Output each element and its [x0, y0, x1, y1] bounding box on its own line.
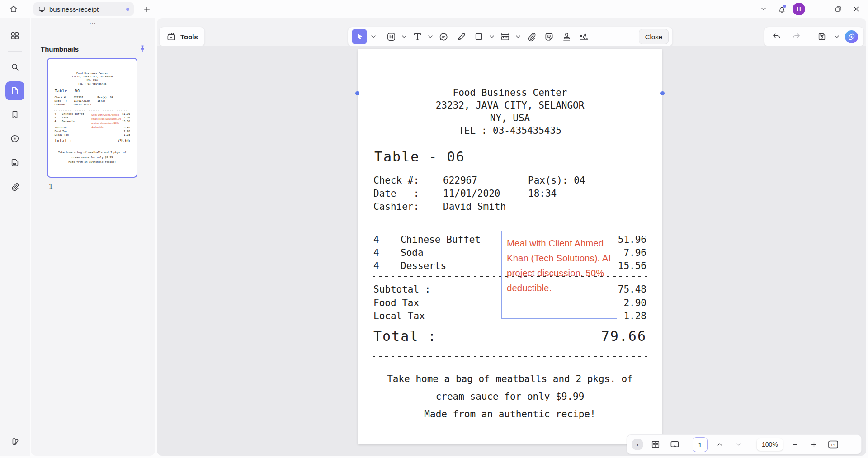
chevron-down-icon[interactable] — [490, 35, 494, 38]
book-view-icon — [651, 439, 660, 449]
grand-total-row: Total :79.66 — [358, 326, 662, 346]
mini-receipt: Food Business Center 23232, JAVA CITY, S… — [50, 61, 134, 170]
notifications-button[interactable] — [774, 2, 789, 16]
attachments-page-button[interactable] — [5, 153, 24, 172]
thumbnail-preview: Food Business Center 23232, JAVA CITY, S… — [50, 61, 134, 173]
chevron-up-icon — [716, 441, 723, 448]
titlebar: business-receipt H — [0, 0, 868, 18]
text-annotation[interactable]: Meal with Client Ahmed Khan (Tech Soluti… — [501, 231, 617, 319]
chevron-down-icon[interactable] — [835, 35, 839, 38]
pin-icon[interactable] — [138, 44, 147, 53]
save-button[interactable] — [815, 29, 829, 44]
status-bar: › 1 100% 1:1 — [627, 434, 862, 454]
ruler-icon — [500, 32, 510, 42]
sticker-icon — [544, 32, 554, 42]
mini-text: 23232, JAVA CITY, SELANGOR — [50, 75, 134, 78]
cursor-icon — [355, 33, 364, 41]
square-icon — [474, 32, 484, 42]
rail-divider — [8, 51, 22, 52]
avatar[interactable]: H — [793, 3, 805, 15]
minimize-icon — [816, 5, 824, 13]
thumbnails-panel-button[interactable] — [5, 81, 24, 100]
close-window-button[interactable] — [849, 2, 863, 16]
measure-tool-button[interactable] — [498, 29, 512, 44]
redo-button[interactable] — [789, 29, 803, 44]
document-tab[interactable]: business-receipt — [33, 2, 134, 16]
chevron-down-icon[interactable] — [516, 35, 520, 38]
text-tool-button[interactable] — [410, 29, 424, 44]
swatches-icon — [10, 437, 20, 447]
stamp-icon — [561, 32, 572, 42]
apps-grid-button[interactable] — [5, 26, 24, 45]
next-page-button[interactable] — [732, 438, 745, 451]
minimize-button[interactable] — [813, 2, 827, 16]
panel-title: Thumbnails — [41, 45, 138, 53]
heading-tool-button[interactable] — [384, 29, 398, 44]
stamp-tool-button[interactable] — [560, 29, 573, 44]
notification-dot-icon — [783, 5, 786, 8]
attach-tool-button[interactable] — [524, 29, 538, 44]
plus-icon — [143, 5, 151, 14]
receipt-line: Take home a bag of meatballs and 2 pkgs.… — [358, 370, 662, 388]
zoom-out-button[interactable] — [788, 438, 802, 451]
page-thumbnail[interactable]: Food Business Center 23232, JAVA CITY, S… — [47, 58, 137, 178]
reading-view-button[interactable] — [649, 438, 662, 451]
thumbnail-page-number: 1 — [49, 183, 129, 191]
shape-tool-button[interactable] — [472, 29, 486, 44]
actual-size-button[interactable]: 1:1 — [826, 438, 840, 451]
paperclip-button[interactable] — [5, 177, 24, 196]
zoom-in-button[interactable] — [807, 438, 821, 451]
sticker-tool-button[interactable] — [542, 29, 556, 44]
search-button[interactable] — [5, 57, 24, 76]
thumbnail-more-button[interactable]: … — [129, 184, 137, 189]
highlighter-tool-button[interactable] — [454, 29, 468, 44]
heading-box-icon — [386, 32, 396, 42]
divider — [380, 31, 380, 42]
chevron-down-icon[interactable] — [428, 35, 433, 38]
ai-assistant-button[interactable] — [845, 30, 858, 43]
receipt-line: cream sauce for only $9.99 — [358, 388, 662, 406]
document-area: Tools — [157, 18, 866, 456]
bookmark-icon — [10, 110, 20, 120]
file-slot-icon — [10, 158, 20, 168]
svg-text:1:1: 1:1 — [830, 443, 836, 447]
document-viewport[interactable]: Food Business Center 23232, JAVA CITY, S… — [157, 46, 866, 456]
comment-tool-button[interactable] — [437, 29, 450, 44]
previous-page-button[interactable] — [713, 438, 726, 451]
comments-button[interactable] — [5, 129, 24, 148]
tools-label: Tools — [180, 33, 198, 41]
presentation-button[interactable] — [668, 438, 681, 451]
close-toolbar-button[interactable]: Close — [639, 29, 669, 44]
annotation-resize-handle-left[interactable] — [355, 91, 359, 95]
select-tool-button[interactable] — [352, 29, 367, 44]
restore-button[interactable] — [831, 2, 845, 16]
save-icon — [817, 32, 827, 42]
comment-equal-icon — [439, 32, 449, 42]
divider — [751, 439, 751, 450]
undo-button[interactable] — [770, 29, 783, 44]
chevron-down-icon — [735, 441, 742, 448]
receipt-footer: Take home a bag of meatballs and 2 pkgs.… — [358, 370, 662, 423]
mini-text: NY, USA — [50, 78, 134, 82]
chevron-down-icon[interactable] — [402, 35, 406, 38]
panel-header: Thumbnails — [41, 44, 147, 53]
signature-tool-button[interactable] — [577, 29, 591, 44]
comment-bubble-icon — [10, 134, 20, 144]
toolbox-icon — [166, 32, 176, 42]
swatches-button[interactable] — [5, 432, 24, 451]
zoom-level[interactable]: 100% — [757, 438, 783, 451]
account-dropdown-button[interactable] — [756, 2, 771, 16]
thumbnails-panel: ⋯ Thumbnails Food Business Center 23232,… — [31, 18, 155, 456]
page-number-input[interactable]: 1 — [693, 437, 708, 452]
chevron-down-icon[interactable] — [371, 35, 376, 38]
new-tab-button[interactable] — [141, 4, 153, 15]
collapse-statusbar-button[interactable]: › — [632, 439, 643, 450]
tools-button[interactable]: Tools — [159, 27, 205, 47]
mini-text: Table - 06 — [55, 88, 134, 93]
home-button[interactable] — [5, 1, 22, 17]
one-to-one-icon: 1:1 — [828, 440, 839, 449]
annotation-resize-handle-right[interactable] — [660, 91, 665, 95]
panel-drag-handle[interactable]: ⋯ — [89, 19, 97, 27]
tab-title: business-receipt — [49, 5, 123, 13]
bookmarks-button[interactable] — [5, 105, 24, 124]
